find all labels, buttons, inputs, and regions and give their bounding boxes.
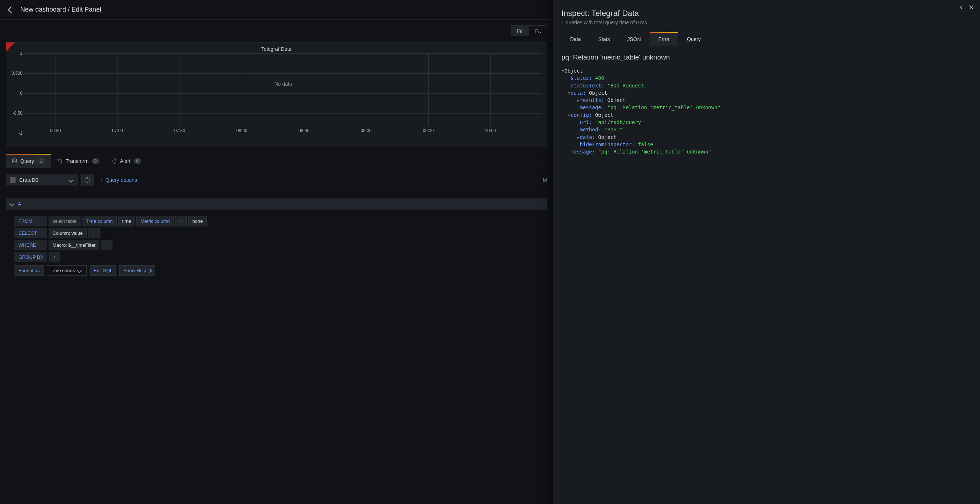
back-arrow-icon[interactable] (6, 5, 14, 14)
grid-line (366, 53, 366, 126)
error-json-tree[interactable]: ▾Object status: 400 statusText: "Bad Req… (562, 67, 971, 156)
sql-select-row: SELECT Column: value + (6, 228, 547, 238)
database-icon (12, 158, 18, 164)
x-tick: 07:30 (174, 128, 185, 133)
format-as-label: Format as (14, 265, 44, 276)
inspector-tab-json[interactable]: JSON (618, 33, 649, 46)
format-as-select[interactable]: Time series (47, 265, 87, 276)
tab-label: Alert (120, 158, 130, 164)
groupby-add-button[interactable]: + (49, 252, 60, 262)
from-table-segment[interactable]: select table (49, 216, 81, 226)
grid-line (242, 53, 242, 126)
y-tick: 1 (8, 51, 22, 56)
inspector-tab-data[interactable]: Data (562, 33, 590, 46)
select-column-segment[interactable]: Column: value (49, 228, 87, 238)
select-label: SELECT (14, 228, 47, 238)
grid-line (24, 93, 542, 94)
inspector-tabs: Data Stats JSON Error Query (562, 33, 971, 46)
inspector-drawer: Inspect: Telegraf Data 1 queries with to… (553, 0, 980, 504)
x-tick: 08:00 (237, 128, 247, 133)
page-title: New dashboard / Edit Panel (20, 6, 101, 13)
metric-column-label: Metric column (136, 216, 174, 226)
panel-error-indicator[interactable] (6, 43, 15, 51)
show-help-label: Show Help (123, 268, 146, 273)
fit-button[interactable]: Fit (529, 26, 547, 36)
datasource-help-button[interactable] (81, 174, 94, 186)
datasource-name: CrateDB (19, 177, 39, 183)
datasource-row: CrateDB › Query options M (6, 174, 547, 186)
inspector-tab-error[interactable]: Error (649, 33, 678, 46)
show-help-button[interactable]: Show Help (119, 265, 155, 276)
grid-line (180, 53, 180, 126)
svg-point-0 (13, 159, 17, 160)
query-row-header[interactable]: A (6, 198, 547, 210)
format-value: Time series (51, 268, 75, 273)
bell-icon (111, 158, 117, 164)
where-label: WHERE (14, 240, 47, 250)
from-label: FROM (14, 216, 47, 226)
drawer-expand-icon[interactable] (958, 4, 964, 10)
tab-label: Query (20, 158, 34, 164)
grid-line (490, 53, 491, 126)
transform-icon (57, 158, 63, 164)
where-add-button[interactable]: + (101, 240, 113, 250)
sql-groupby-row: GROUP BY + (6, 252, 547, 262)
tab-badge: 0 (134, 158, 142, 164)
query-editor-area: CrateDB › Query options M A FROM select … (0, 168, 553, 282)
metric-column-help[interactable] (175, 216, 187, 226)
inspector-tab-stats[interactable]: Stats (590, 33, 619, 46)
fill-fit-toggle: Fill Fit (511, 26, 547, 36)
chevron-down-icon (68, 177, 74, 182)
query-options-label: Query options (105, 177, 137, 183)
grid-line (24, 73, 542, 74)
chevron-right-icon (148, 268, 152, 273)
y-tick: -0.50 (8, 111, 22, 116)
tab-label: Transform (66, 158, 89, 164)
fill-button[interactable]: Fill (511, 26, 530, 36)
sql-from-row: FROM select table Time column time Metri… (6, 216, 547, 226)
metric-column-segment[interactable]: none (188, 216, 207, 226)
x-tick: 09:30 (423, 128, 434, 133)
tab-badge: 1 (37, 158, 45, 164)
grid-line (428, 53, 429, 126)
inspector-tab-query[interactable]: Query (678, 33, 710, 46)
main-panel: Fill Fit Telegraf Data 1 0.500 0 -0.50 -… (0, 19, 553, 504)
tab-transform[interactable]: Transform 0 (51, 155, 105, 167)
grid-line (56, 53, 56, 126)
groupby-label: GROUP BY (14, 252, 47, 262)
y-tick: 0 (8, 91, 22, 96)
format-row: Format as Time series Edit SQL Show Help (6, 265, 547, 276)
x-tick: 08:30 (299, 128, 309, 133)
grid-line (304, 53, 304, 126)
x-tick: 06:30 (50, 128, 61, 133)
chevron-down-icon (77, 268, 82, 273)
grid-line (24, 53, 542, 54)
query-options-toggle[interactable]: › Query options (97, 175, 142, 185)
datasource-picker[interactable]: CrateDB (6, 174, 78, 185)
inspector-controls (958, 4, 974, 10)
no-data-text: No data (274, 81, 292, 87)
grid-line (24, 113, 542, 113)
chart-area: 1 0.500 0 -0.50 -1 06:30 07:00 07:30 08:… (24, 53, 542, 133)
datasource-logo-icon (10, 177, 16, 183)
tab-query[interactable]: Query 1 (6, 155, 51, 167)
help-icon (84, 177, 90, 183)
help-icon (179, 219, 183, 224)
where-macro-segment[interactable]: Macro: $__timeFilter (49, 240, 99, 250)
select-add-button[interactable]: + (88, 228, 100, 238)
y-tick: 0.500 (8, 71, 22, 76)
tab-alert[interactable]: Alert 0 (105, 155, 147, 167)
sql-where-row: WHERE Macro: $__timeFilter + (6, 240, 547, 250)
tab-badge: 0 (91, 158, 100, 164)
editor-tabs: Query 1 Transform 0 Alert 0 (0, 155, 553, 168)
inspector-title: Inspect: Telegraf Data (562, 9, 971, 18)
drawer-close-icon[interactable] (968, 4, 974, 10)
chart-panel: Telegraf Data 1 0.500 0 -0.50 -1 06:30 0… (6, 42, 547, 147)
inspector-error-content: pq: Relation 'metric_table' unknown ▾Obj… (562, 46, 971, 163)
edit-sql-button[interactable]: Edit SQL (89, 265, 116, 276)
grid-line (118, 53, 118, 126)
time-column-segment[interactable]: time (118, 216, 135, 226)
y-tick: -1 (8, 131, 22, 136)
query-options-md: M (542, 177, 547, 183)
fill-fit-toolbar: Fill Fit (0, 19, 553, 36)
